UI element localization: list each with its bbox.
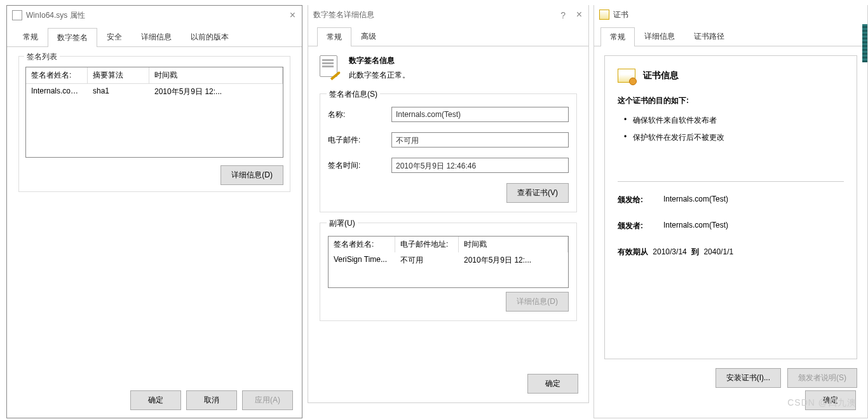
name-row: 名称: Internals.com(Test)	[328, 107, 569, 122]
content: 证书信息 这个证书的目的如下: 确保软件来自软件发布者 保护软件在发行后不被更改…	[594, 46, 867, 397]
tab-details[interactable]: 详细信息	[132, 27, 181, 46]
table-row[interactable]: VeriSign Time... 不可用 2010年5月9日 12:...	[329, 252, 568, 268]
tab-details[interactable]: 详细信息	[635, 27, 684, 46]
valid-to-label: 到	[691, 247, 699, 256]
fieldset-title: 签名者信息(S)	[327, 89, 380, 100]
details-button-row: 详细信息(D)	[25, 165, 283, 185]
purpose-label: 这个证书的目的如下:	[618, 95, 844, 106]
col-name[interactable]: 签名者姓名:	[329, 237, 395, 252]
content: 数字签名信息 此数字签名正常。 签名者信息(S) 名称: Internals.c…	[308, 46, 588, 340]
tab-general[interactable]: 常规	[13, 27, 48, 46]
tab-advanced[interactable]: 高级	[351, 27, 386, 46]
purposes-list: 确保软件来自软件发布者 保护软件在发行后不被更改	[618, 115, 844, 143]
col-timestamp[interactable]: 时间戳	[149, 67, 283, 83]
view-certificate-button[interactable]: 查看证书(V)	[506, 183, 569, 203]
issued-by-row: 颁发者: Internals.com(Test)	[618, 221, 844, 231]
email-row: 电子邮件: 不可用	[328, 132, 569, 148]
divider	[618, 181, 844, 182]
col-digest[interactable]: 摘要算法	[88, 67, 149, 83]
document-signature-icon	[320, 55, 340, 76]
content: 签名列表 签名者姓名: 摘要算法 时间戳 Internals.com(... s…	[7, 47, 302, 209]
list-item: 确保软件来自软件发布者	[627, 115, 844, 126]
tab-security[interactable]: 安全	[97, 27, 132, 46]
time-value: 2010年5月9日 12:46:46	[391, 158, 569, 173]
name-value: Internals.com(Test)	[391, 107, 569, 122]
countersignatures-group: 副署(U) 签名者姓名: 电子邮件地址: 时间戳 VeriSign Time..…	[320, 223, 577, 321]
certificate-window: 证书 常规 详细信息 证书路径 证书信息 这个证书的目的如下: 确保软件来自软件…	[593, 5, 868, 418]
issued-to-row: 颁发给: Internals.com(Test)	[618, 195, 844, 205]
validity-row: 有效期从 2010/3/14 到 2040/1/1	[618, 247, 844, 258]
certificate-icon	[599, 10, 609, 20]
window-title: 数字签名详细信息	[313, 10, 374, 20]
window-title: WinIo64.sys 属性	[26, 10, 85, 21]
titlebar: 证书	[594, 5, 867, 24]
details-button[interactable]: 详细信息(D)	[506, 292, 569, 312]
ok-button[interactable]: 确定	[130, 390, 181, 410]
cert-buttons: 安装证书(I)... 颁发者说明(S)	[604, 368, 857, 388]
close-icon[interactable]: ×	[290, 10, 295, 21]
col-signer[interactable]: 签名者姓名:	[26, 67, 88, 83]
certificate-panel: 证书信息 这个证书的目的如下: 确保软件来自软件发布者 保护软件在发行后不被更改…	[604, 55, 857, 359]
cell-signer: Internals.com(...	[26, 84, 88, 100]
signature-details-window: 数字签名详细信息 ? × 常规 高级 数字签名信息 此数字签名正常。 签名者信息…	[308, 5, 589, 403]
cell-digest: sha1	[88, 84, 149, 100]
email-label: 电子邮件:	[328, 135, 391, 146]
ok-button[interactable]: 确定	[805, 390, 856, 410]
bottom-buttons: 确定	[527, 374, 578, 394]
file-icon	[12, 10, 22, 20]
tab-digital-signatures[interactable]: 数字签名	[48, 28, 97, 47]
col-time[interactable]: 时间戳	[459, 237, 568, 252]
titlebar: WinIo64.sys 属性 ×	[7, 6, 302, 25]
tabs: 常规 详细信息 证书路径	[594, 27, 867, 46]
valid-from-label: 有效期从	[618, 247, 648, 256]
cell-name: VeriSign Time...	[329, 252, 395, 268]
cert-info-title: 证书信息	[643, 70, 679, 81]
ok-button[interactable]: 确定	[527, 374, 578, 394]
issued-to-value: Internals.com(Test)	[663, 195, 844, 205]
list-item: 保护软件在发行后不被更改	[627, 132, 844, 143]
issuer-statement-button[interactable]: 颁发者说明(S)	[787, 368, 857, 388]
countersign-table: 签名者姓名: 电子邮件地址: 时间戳 VeriSign Time... 不可用 …	[328, 236, 569, 288]
signer-info-group: 签名者信息(S) 名称: Internals.com(Test) 电子邮件: 不…	[320, 93, 577, 212]
tab-general[interactable]: 常规	[600, 27, 635, 46]
bottom-buttons: 确定 取消 应用(A)	[130, 390, 293, 410]
table-row[interactable]: Internals.com(... sha1 2010年5月9日 12:...	[26, 84, 283, 100]
signature-table: 签名者姓名: 摘要算法 时间戳 Internals.com(... sha1 2…	[25, 67, 283, 158]
details-button-row: 详细信息(D)	[328, 292, 569, 312]
valid-from-date: 2010/3/14	[653, 247, 686, 256]
details-button[interactable]: 详细信息(D)	[220, 165, 283, 185]
col-email[interactable]: 电子邮件地址:	[395, 237, 459, 252]
help-icon[interactable]: ?	[560, 10, 566, 20]
tab-cert-path[interactable]: 证书路径	[684, 27, 734, 46]
tabs: 常规 高级	[308, 27, 588, 46]
cancel-button[interactable]: 取消	[186, 390, 237, 410]
window-title: 证书	[613, 10, 628, 20]
issued-by-value: Internals.com(Test)	[663, 221, 844, 231]
install-certificate-button[interactable]: 安装证书(I)...	[715, 368, 781, 388]
time-row: 签名时间: 2010年5月9日 12:46:46	[328, 158, 569, 173]
tabs: 常规 数字签名 安全 详细信息 以前的版本	[7, 27, 302, 47]
time-label: 签名时间:	[328, 160, 391, 171]
fieldset-title: 副署(U)	[327, 218, 358, 229]
table-body: VeriSign Time... 不可用 2010年5月9日 12:...	[329, 252, 568, 287]
group-title: 签名列表	[24, 52, 60, 62]
view-cert-row: 查看证书(V)	[328, 183, 569, 203]
cell-time: 2010年5月9日 12:...	[149, 84, 283, 100]
signature-info-text: 数字签名信息 此数字签名正常。	[349, 55, 410, 81]
tab-previous-versions[interactable]: 以前的版本	[181, 27, 238, 46]
table-body: Internals.com(... sha1 2010年5月9日 12:...	[26, 84, 283, 157]
table-header: 签名者姓名: 电子邮件地址: 时间戳	[329, 237, 568, 252]
name-label: 名称:	[328, 109, 391, 120]
cell-time: 2010年5月9日 12:...	[459, 252, 568, 268]
signature-info: 数字签名信息 此数字签名正常。	[320, 55, 577, 81]
tab-general[interactable]: 常规	[317, 27, 351, 46]
cell-email: 不可用	[395, 252, 459, 268]
info-title: 数字签名信息	[349, 55, 410, 66]
properties-window: WinIo64.sys 属性 × 常规 数字签名 安全 详细信息 以前的版本 签…	[6, 5, 302, 418]
close-icon[interactable]: ×	[576, 9, 582, 20]
apply-button[interactable]: 应用(A)	[242, 390, 293, 410]
issued-by-label: 颁发者:	[618, 221, 663, 231]
table-header: 签名者姓名: 摘要算法 时间戳	[26, 67, 283, 84]
certificate-badge-icon	[618, 69, 635, 83]
bottom-buttons: 确定	[805, 390, 856, 410]
